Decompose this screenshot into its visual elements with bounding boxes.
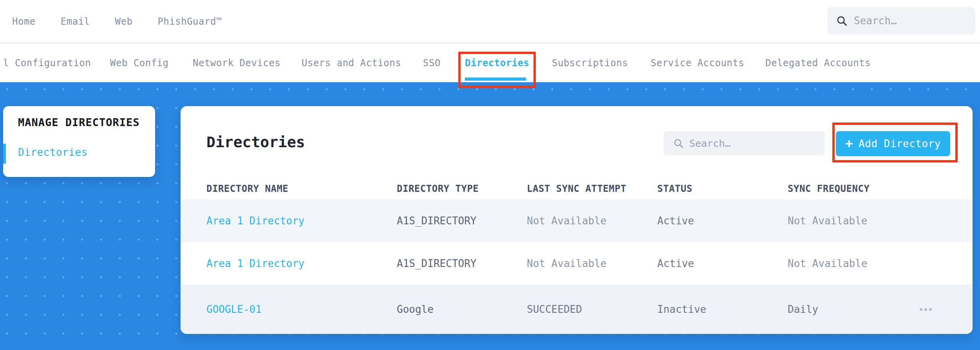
directory-name-link[interactable]: Area 1 Directory [206,215,397,227]
sync-frequency-cell: Daily [788,303,914,315]
column-header-sync-frequency: SYNC FREQUENCY [788,183,914,194]
nav-item-service-accounts[interactable]: Service Accounts [651,58,744,69]
global-search-input[interactable] [854,15,975,27]
table-row: Area 1 Directory A1S_DIRECTORY Not Avail… [181,242,973,285]
search-icon [836,15,848,27]
directory-name-link[interactable]: GOOGLE-01 [206,303,397,315]
table-body: Area 1 Directory A1S_DIRECTORY Not Avail… [181,199,973,334]
nav-item-home[interactable]: Home [12,16,36,27]
column-header-directory-name: DIRECTORY NAME [206,183,397,194]
table-row: Area 1 Directory A1S_DIRECTORY Not Avail… [181,199,973,242]
directory-type-cell: Google [397,303,527,315]
nav-item-directories[interactable]: Directories [465,58,529,69]
nav-item-email[interactable]: Email [61,16,90,27]
sync-frequency-cell: Not Available [788,258,914,269]
active-item-indicator [3,144,6,164]
column-header-last-sync-attempt: LAST SYNC ATTEMPT [527,183,657,194]
plus-icon: + [845,137,853,150]
row-actions-menu-icon[interactable] [914,308,937,311]
status-cell: Active [657,258,788,269]
phishguard-admin-screen: Home Email Web PhishGuard™ l Configurati… [0,0,980,350]
last-sync-cell: SUCCEEDED [527,303,657,315]
nav-item-configuration[interactable]: l Configuration [3,58,91,69]
side-panel-title: MANAGE DIRECTORIES [18,116,140,128]
nav-item-phishguard[interactable]: PhishGuard™ [157,16,222,27]
status-cell: Active [657,215,788,227]
search-icon [673,138,684,149]
global-search-box [827,7,975,34]
active-tab-underline [465,78,526,81]
status-cell: Inactive [657,303,788,315]
nav-item-sso[interactable]: SSO [423,58,441,69]
nav-item-network-devices[interactable]: Network Devices [193,58,280,69]
directory-name-link[interactable]: Area 1 Directory [206,258,397,269]
add-directory-button[interactable]: + Add Directory [836,131,950,156]
last-sync-cell: Not Available [527,215,657,227]
add-directory-button-label: Add Directory [859,138,941,150]
directories-search-input[interactable] [689,138,825,149]
settings-nav: l Configuration Web Config Network Devic… [0,43,980,82]
side-panel: MANAGE DIRECTORIES Directories [3,106,155,177]
directories-panel: Directories + Add Directory DIRECTORY NA… [181,106,973,334]
directory-type-cell: A1S_DIRECTORY [397,258,527,269]
nav-item-delegated-accounts[interactable]: Delegated Accounts [765,58,871,69]
nav-item-web-config[interactable]: Web Config [110,58,169,69]
directory-type-cell: A1S_DIRECTORY [397,215,527,227]
table-header-row: DIRECTORY NAME DIRECTORY TYPE LAST SYNC … [181,179,973,198]
nav-item-users-and-actions[interactable]: Users and Actions [302,58,401,69]
table-row: GOOGLE-01 Google SUCCEEDED Inactive Dail… [181,285,973,334]
nav-item-web[interactable]: Web [115,16,133,27]
column-header-directory-type: DIRECTORY TYPE [397,183,527,194]
top-bar: Home Email Web PhishGuard™ [0,0,980,43]
column-header-status: STATUS [657,183,788,194]
nav-item-subscriptions[interactable]: Subscriptions [552,58,628,69]
directories-search-box [664,131,825,155]
sync-frequency-cell: Not Available [788,215,914,227]
last-sync-cell: Not Available [527,258,657,269]
page-title: Directories [206,134,305,151]
sidebar-item-directories[interactable]: Directories [18,146,88,158]
content-area: MANAGE DIRECTORIES Directories Directori… [0,82,980,350]
